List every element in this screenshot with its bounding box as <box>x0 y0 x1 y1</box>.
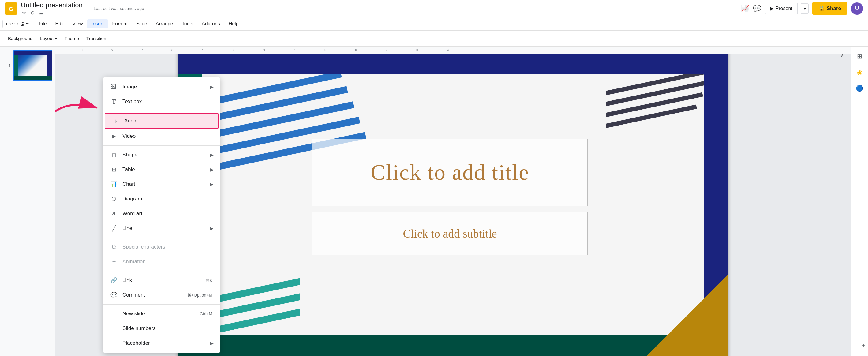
chevron-right-icon: ▶ <box>210 85 214 89</box>
menu-divider-1 <box>103 111 220 111</box>
chart-icon: 📊 <box>110 180 118 188</box>
menu-item-line[interactable]: ╱ Line ▶ <box>103 221 220 236</box>
slide-thumbnail-1[interactable] <box>13 50 52 81</box>
table-icon: ⊞ <box>110 165 118 174</box>
print-icon[interactable]: 🖨 <box>20 21 24 26</box>
present-icon: ▶ <box>770 5 774 11</box>
sidebar-icon-explore[interactable]: ⊞ <box>854 50 866 62</box>
undo-icon[interactable]: ↩ <box>9 21 13 27</box>
menu-slide[interactable]: Slide <box>132 19 152 28</box>
trend-icon[interactable]: 📈 <box>741 5 749 12</box>
menu-item-shape[interactable]: ◻ Shape ▶ <box>103 148 220 162</box>
menu-item-link[interactable]: 🔗 Link ⌘K <box>103 273 220 288</box>
present-dropdown-button[interactable]: ▾ <box>801 3 809 14</box>
link-icon: 🔗 <box>110 276 118 285</box>
menu-divider-3 <box>103 238 220 238</box>
last-edit: Last edit was seconds ago <box>94 6 144 11</box>
placeholder-icon <box>110 339 118 348</box>
diagram-icon: ⬡ <box>110 195 118 203</box>
slide-number-label: 1 <box>8 63 11 68</box>
menu-divider-2 <box>103 145 220 146</box>
star-icon[interactable]: ☆ <box>21 10 27 16</box>
layout-chevron-icon: ▾ <box>55 36 57 41</box>
subtitle-placeholder[interactable]: Click to add subtitle <box>403 227 497 240</box>
collapse-toolbar-icon[interactable]: ∧ <box>839 52 846 59</box>
new-slide-icon <box>110 309 118 318</box>
textbox-icon: T <box>110 97 118 106</box>
title-box[interactable]: Click to add title <box>312 139 588 206</box>
app-logo: G <box>5 2 17 15</box>
special-chars-icon: Ω <box>110 243 118 251</box>
avatar[interactable]: U <box>851 2 863 15</box>
menu-item-diagram[interactable]: ⬡ Diagram <box>103 191 220 206</box>
menu-item-textbox[interactable]: T Text box <box>103 94 220 109</box>
main-area: 1 -3 -2 -1 0 1 2 3 4 5 6 7 <box>0 47 868 356</box>
audio-icon: ♪ <box>112 117 120 125</box>
menu-arrange[interactable]: Arrange <box>152 19 178 28</box>
chevron-right-icon-3: ▶ <box>210 167 214 172</box>
comment-icon[interactable]: 💬 <box>753 5 761 12</box>
menu-item-animation: ✦ Animation <box>103 255 220 269</box>
present-button[interactable]: ▶ Present <box>765 3 798 14</box>
image-icon: 🖼 <box>110 83 118 91</box>
wordart-icon: A <box>110 209 118 218</box>
menu-format[interactable]: Format <box>108 19 132 28</box>
insert-dropdown-menu: 🖼 Image ▶ T Text box ♪ Audio ▶ Video <box>103 77 220 353</box>
doc-title[interactable]: Untitled presentation <box>21 1 83 9</box>
transition-button[interactable]: Transition <box>83 34 109 43</box>
dark-stripes <box>606 75 704 142</box>
line-icon: ╱ <box>110 224 118 233</box>
menu-item-image[interactable]: 🖼 Image ▶ <box>103 80 220 94</box>
menu-view[interactable]: View <box>68 19 87 28</box>
animation-icon: ✦ <box>110 258 118 266</box>
menu-help[interactable]: Help <box>224 19 243 28</box>
shape-icon: ◻ <box>110 151 118 159</box>
right-sidebar: ⊞ ◉ 🔵 + <box>851 47 868 356</box>
chevron-right-icon-5: ▶ <box>210 226 214 231</box>
sidebar-add-icon[interactable]: + <box>861 341 866 350</box>
history-icon[interactable]: ⊙ <box>29 10 35 16</box>
menu-edit[interactable]: Edit <box>51 19 68 28</box>
arrow-annotation <box>55 92 103 124</box>
right-actions: 📈 💬 ▶ Present ▾ 🔒 Share U <box>741 2 863 15</box>
menu-item-wordart[interactable]: A Word art <box>103 206 220 221</box>
menu-item-chart[interactable]: 📊 Chart ▶ <box>103 177 220 191</box>
canvas-area: -3 -2 -1 0 1 2 3 4 5 6 7 8 9 <box>55 47 851 356</box>
menu-insert[interactable]: Insert <box>87 19 108 28</box>
menu-tools[interactable]: Tools <box>178 19 197 28</box>
add-slide-button[interactable]: + ↩ ↪ 🖨 ✒ <box>2 20 32 28</box>
svg-text:G: G <box>9 6 13 12</box>
share-button[interactable]: 🔒 Share <box>812 2 847 15</box>
background-button[interactable]: Background <box>5 34 35 43</box>
menu-addons[interactable]: Add-ons <box>197 19 224 28</box>
menu-item-comment[interactable]: 💬 Comment ⌘+Option+M <box>103 288 220 302</box>
video-icon: ▶ <box>110 132 118 141</box>
sidebar-icon-help[interactable]: 🔵 <box>854 82 866 94</box>
bottom-bar-decoration <box>178 335 728 356</box>
menu-item-slide-numbers[interactable]: Slide numbers <box>103 321 220 336</box>
menu-item-video[interactable]: ▶ Video <box>103 129 220 144</box>
menu-bar: + ↩ ↪ 🖨 ✒ File Edit View Insert Format S… <box>0 17 868 31</box>
menu-file[interactable]: File <box>35 19 51 28</box>
chevron-right-icon-4: ▶ <box>210 182 214 187</box>
menu-item-special-chars: Ω Special characters <box>103 240 220 255</box>
cloud-icon[interactable]: ☁ <box>38 10 44 16</box>
redo-icon[interactable]: ↪ <box>14 21 18 27</box>
menu-item-audio[interactable]: ♪ Audio <box>105 113 219 129</box>
subtitle-box[interactable]: Click to add subtitle <box>312 212 588 255</box>
title-placeholder[interactable]: Click to add title <box>371 160 529 185</box>
menu-item-placeholder[interactable]: Placeholder ▶ <box>103 336 220 351</box>
plus-icon: + <box>5 21 8 26</box>
title-bar: G Untitled presentation ☆ ⊙ ☁ Last edit … <box>0 0 868 17</box>
sidebar-icon-format[interactable]: ◉ <box>854 66 866 78</box>
lock-icon: 🔒 <box>818 5 825 12</box>
theme-button[interactable]: Theme <box>62 34 82 43</box>
comment-menu-icon: 💬 <box>110 291 118 299</box>
layout-button[interactable]: Layout ▾ <box>37 34 60 43</box>
paint-format-icon[interactable]: ✒ <box>25 21 29 27</box>
slide-toolbar: Background Layout ▾ Theme Transition ∧ <box>0 31 868 47</box>
menu-item-new-slide[interactable]: New slide Ctrl+M <box>103 306 220 321</box>
slide-numbers-icon <box>110 324 118 333</box>
chevron-right-icon-2: ▶ <box>210 152 214 157</box>
menu-item-table[interactable]: ⊞ Table ▶ <box>103 162 220 177</box>
